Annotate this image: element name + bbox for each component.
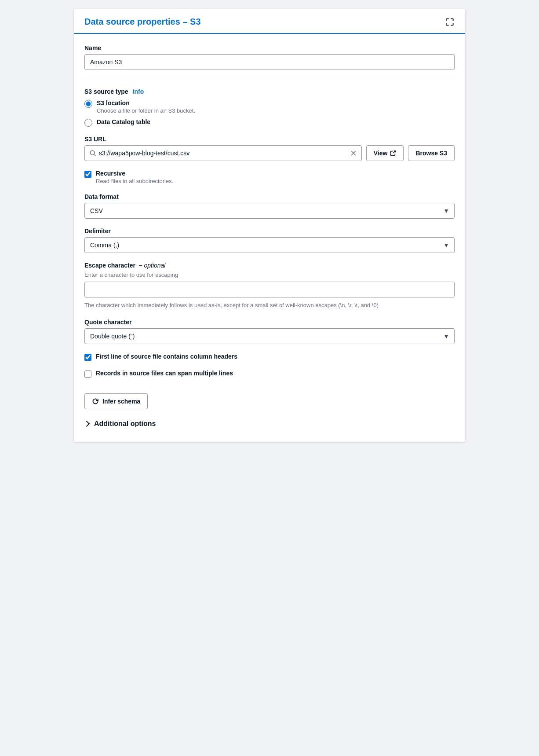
radio-option-s3location[interactable]: S3 location Choose a file or folder in a… <box>84 99 455 114</box>
recursive-checkbox-row: Recursive Read files in all subdirectori… <box>84 170 455 184</box>
name-label: Name <box>84 44 455 51</box>
data-source-properties-panel: Data source properties – S3 Name S3 sour… <box>74 9 465 442</box>
radio-s3location-label: S3 location <box>97 99 195 106</box>
s3-url-section: S3 URL View <box>84 136 455 161</box>
data-format-section: Data format CSV JSON ORC Parquet XML ▼ <box>84 193 455 219</box>
multiline-row: Records in source files can span multipl… <box>84 370 455 378</box>
first-line-headers-label: First line of source file contains colum… <box>96 353 237 360</box>
panel-header: Data source properties – S3 <box>74 9 465 34</box>
radio-option-datacatalog[interactable]: Data Catalog table <box>84 118 455 127</box>
divider-1 <box>84 79 455 79</box>
radio-datacatalog[interactable] <box>84 119 92 127</box>
s3-source-type-section: S3 source type Info S3 location Choose a… <box>84 88 455 127</box>
view-button[interactable]: View <box>366 145 404 161</box>
multiline-label: Records in source files can span multipl… <box>96 370 233 377</box>
radio-s3location[interactable] <box>84 100 92 108</box>
radio-s3location-desc: Choose a file or folder in an S3 bucket. <box>97 107 195 114</box>
first-line-headers-section: First line of source file contains colum… <box>84 353 455 361</box>
recursive-checkbox[interactable] <box>84 171 91 178</box>
additional-options-section[interactable]: Additional options <box>84 420 455 428</box>
delimiter-select[interactable]: Comma (,) Tab Pipe (|) Semicolon (;) <box>84 237 455 253</box>
delimiter-select-wrapper: Comma (,) Tab Pipe (|) Semicolon (;) ▼ <box>84 237 455 253</box>
escape-char-note: The character which immediately follows … <box>84 301 455 310</box>
first-line-headers-checkbox[interactable] <box>84 354 91 361</box>
quote-char-section: Quote character Double quote (") Single … <box>84 319 455 344</box>
data-format-label: Data format <box>84 193 455 200</box>
expand-icon[interactable] <box>445 17 455 27</box>
info-link[interactable]: Info <box>133 88 144 95</box>
s3-url-label: S3 URL <box>84 136 455 143</box>
panel-body: Name S3 source type Info S3 location Cho… <box>74 34 465 442</box>
svg-line-1 <box>94 154 95 156</box>
multiline-section: Records in source files can span multipl… <box>84 370 455 378</box>
name-input[interactable] <box>84 54 455 70</box>
escape-char-optional: optional <box>144 262 165 269</box>
delimiter-section: Delimiter Comma (,) Tab Pipe (|) Semicol… <box>84 228 455 253</box>
s3-source-type-radio-group: S3 location Choose a file or folder in a… <box>84 99 455 127</box>
browse-s3-button[interactable]: Browse S3 <box>408 145 455 161</box>
infer-schema-button[interactable]: Infer schema <box>84 393 148 409</box>
s3-url-row: View Browse S3 <box>84 145 455 161</box>
data-format-select[interactable]: CSV JSON ORC Parquet XML <box>84 203 455 219</box>
delimiter-label: Delimiter <box>84 228 455 235</box>
recursive-desc: Read files in all subdirectories. <box>96 178 173 184</box>
escape-char-input[interactable] <box>84 282 455 297</box>
multiline-checkbox[interactable] <box>84 371 91 378</box>
svg-point-0 <box>90 150 95 155</box>
s3-source-type-label: S3 source type <box>84 88 128 95</box>
refresh-icon <box>92 398 99 405</box>
first-line-headers-row: First line of source file contains colum… <box>84 353 455 361</box>
s3-url-input[interactable] <box>99 150 347 157</box>
clear-icon[interactable] <box>350 150 357 157</box>
escape-char-label: Escape character – optional <box>84 262 455 269</box>
quote-char-label: Quote character <box>84 319 455 326</box>
data-format-select-wrapper: CSV JSON ORC Parquet XML ▼ <box>84 203 455 219</box>
quote-char-select-wrapper: Double quote (") Single quote (') None ▼ <box>84 328 455 344</box>
search-icon <box>89 150 96 157</box>
radio-datacatalog-label: Data Catalog table <box>97 118 150 125</box>
additional-options-chevron <box>84 420 90 426</box>
escape-char-section: Escape character – optional Enter a char… <box>84 262 455 310</box>
escape-char-hint: Enter a character to use for escaping <box>84 272 455 278</box>
s3-source-type-label-row: S3 source type Info <box>84 88 455 95</box>
quote-char-select[interactable]: Double quote (") Single quote (') None <box>84 328 455 344</box>
external-link-icon <box>390 150 396 156</box>
additional-options-label: Additional options <box>94 420 156 428</box>
recursive-section: Recursive Read files in all subdirectori… <box>84 170 455 184</box>
s3-url-input-wrapper <box>84 145 362 161</box>
name-section: Name <box>84 44 455 70</box>
panel-title: Data source properties – S3 <box>84 17 201 27</box>
recursive-label: Recursive <box>96 170 173 177</box>
